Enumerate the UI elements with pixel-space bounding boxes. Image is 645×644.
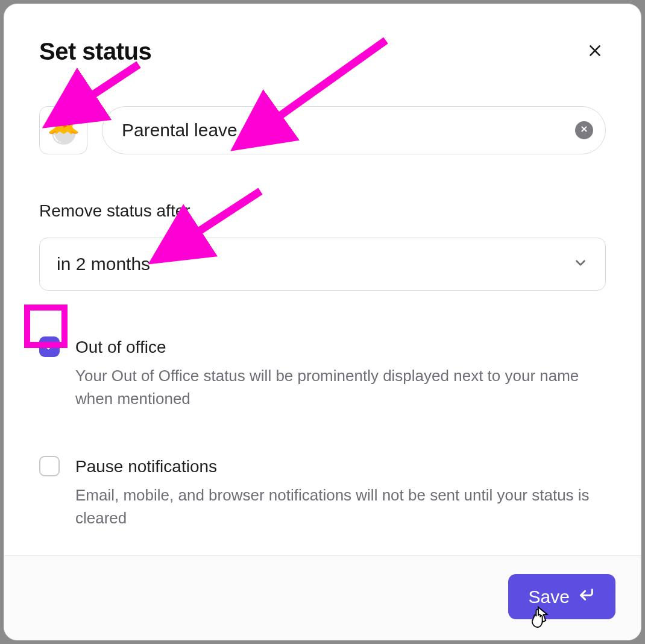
close-icon [587,43,603,60]
pause-notifications-description: Email, mobile, and browser notifications… [75,484,606,529]
pause-notifications-row: Pause notifications Email, mobile, and b… [39,456,606,529]
pause-notifications-checkbox[interactable] [39,456,60,476]
check-icon [43,339,55,354]
out-of-office-checkbox[interactable] [39,336,60,357]
out-of-office-row: Out of office Your Out of Office status … [39,336,606,410]
close-icon [580,125,588,136]
save-button-label: Save [529,587,570,607]
emoji-picker-button[interactable]: 🐣 [39,106,87,154]
chevron-down-icon [573,255,588,273]
hatching-chick-icon: 🐣 [47,115,80,146]
status-input[interactable] [121,119,563,141]
modal-footer: Save [4,555,641,640]
modal-title: Set status [39,38,151,65]
close-button[interactable] [584,41,606,63]
status-input-container [102,106,606,154]
modal-header: Set status [39,38,606,65]
pause-notifications-text: Pause notifications Email, mobile, and b… [75,456,606,529]
set-status-modal: Set status 🐣 Remove status after [4,4,641,640]
clear-status-button[interactable] [575,121,593,139]
out-of-office-label: Out of office [75,336,606,358]
enter-key-icon [578,586,595,607]
out-of-office-description: Your Out of Office status will be promin… [75,365,606,410]
remove-after-label: Remove status after [39,201,606,221]
modal-body: Set status 🐣 Remove status after [4,4,641,555]
save-button[interactable]: Save [508,574,615,619]
out-of-office-text: Out of office Your Out of Office status … [75,336,606,410]
pause-notifications-label: Pause notifications [75,456,606,477]
remove-after-select[interactable]: in 2 months [39,238,606,291]
remove-after-value: in 2 months [57,254,150,274]
status-row: 🐣 [39,106,606,154]
